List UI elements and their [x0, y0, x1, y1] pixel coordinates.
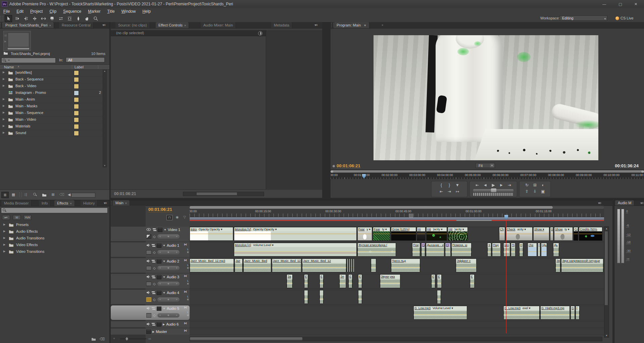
toggle-track-lock-icon[interactable] — [157, 243, 161, 248]
new-item-icon[interactable]: ⊞ — [50, 192, 56, 197]
timeline-horizontal-scrollbar[interactable]: ▿ ▵▵ — [111, 336, 612, 342]
timeline-clip[interactable] — [349, 259, 350, 272]
track-header-audio-5[interactable]: ▼Audio 5⋈LR◇◂◆▸ — [111, 305, 190, 320]
tree-item-video-transitions[interactable]: ▶Video Transitions — [0, 248, 109, 255]
mark-out-icon[interactable]: } — [447, 182, 452, 188]
collapse-track-icon[interactable]: ▼ — [163, 244, 165, 247]
show-keyframes-icon[interactable]: ⋈ — [184, 329, 187, 332]
keyframe-nav[interactable]: ◂◆▸ — [157, 234, 180, 239]
rate-stretch-tool[interactable] — [40, 15, 47, 22]
menu-sequence[interactable]: Sequence — [60, 8, 85, 15]
project-row-main-anim[interactable]: ▶Main - Anim — [0, 96, 102, 103]
timeline-clip[interactable]: (Дь — [541, 243, 547, 256]
rolling-edit-tool[interactable] — [31, 15, 38, 22]
accelerated-effects-icon[interactable]: ▸≡ — [2, 215, 10, 220]
keyframe-nav[interactable]: ◂◆▸ — [157, 250, 180, 254]
project-row-main-sequence[interactable]: ▶Main - Sequence — [0, 110, 102, 117]
timeline-clip[interactable] — [371, 259, 376, 272]
show-keyframes-icon[interactable]: ⋈ — [184, 290, 187, 293]
timeline-clip[interactable]: Hit)acity ▾ — [426, 227, 447, 241]
minimize-button[interactable]: — — [597, 0, 612, 8]
toggle-track-lock-icon[interactable] — [157, 275, 161, 279]
lift-icon[interactable]: ⇧ — [525, 189, 529, 194]
column-divider[interactable] — [72, 65, 72, 69]
step-forward-icon[interactable]: ► — [499, 182, 504, 188]
program-current-timecode[interactable]: 00:01:06:21 — [337, 163, 360, 169]
project-row-instagram-promo[interactable]: Instagram - Promo2 — [0, 90, 102, 97]
tab-effect-controls[interactable]: Effect Controls× — [156, 22, 189, 28]
label-swatch[interactable] — [74, 84, 79, 89]
label-swatch[interactable] — [74, 70, 79, 75]
tab-metadata[interactable]: Metadata — [271, 22, 292, 28]
menu-title[interactable]: Title — [104, 8, 118, 15]
menu-clip[interactable]: Clip — [46, 8, 60, 15]
toggle-keyframes-icon[interactable]: ◇ — [153, 282, 156, 286]
timeline-clip[interactable]: Е — [358, 274, 362, 288]
sort-icon[interactable]: ∧ — [17, 65, 19, 68]
expand-icon[interactable]: ▶ — [3, 236, 5, 239]
timeline-time-ruler[interactable]: 00:0000:00:15:0000:00:30:0000:00:45:0000… — [190, 206, 604, 221]
timeline-clip[interactable]: Эффект с — [456, 259, 477, 272]
extract-icon[interactable]: ⇩ — [533, 189, 537, 194]
timeline-clip[interactable]: Е — [470, 274, 475, 288]
track-lane-audio-6[interactable] — [190, 321, 604, 328]
timeline-clip[interactable]: Зв — [555, 259, 560, 272]
timeline-clip[interactable]: G — [571, 306, 575, 320]
track-header-master[interactable]: ▶Master⋈ — [111, 329, 190, 335]
add-marker-icon[interactable]: ▼ — [455, 182, 460, 188]
toggle-sync-lock-icon[interactable] — [151, 260, 155, 263]
toggle-sync-lock-icon[interactable] — [151, 307, 155, 310]
scrollbar-thumb[interactable] — [190, 337, 302, 340]
track-lane-audio-1[interactable]: Monolog [A]Volume:Level ▾Жуткая атмосфер… — [190, 242, 604, 258]
expand-icon[interactable]: ▶ — [3, 84, 5, 87]
trash-icon[interactable]: ⌫ — [99, 337, 105, 341]
toggle-track-lock-icon[interactable] — [158, 228, 162, 232]
export-frame-icon[interactable]: ▣ — [541, 189, 545, 194]
toggle-sync-lock-icon[interactable] — [151, 244, 155, 247]
timeline-clip[interactable]: Пі — [511, 243, 515, 256]
effect-controls-timecode[interactable]: 00:01:06:21 — [114, 191, 136, 196]
toggle-sync-lock-icon[interactable] — [152, 228, 156, 232]
keyframe-nav[interactable]: ◂◆▸ — [157, 266, 180, 270]
tab-sequence-main[interactable]: Main× — [113, 200, 130, 206]
timeline-clip[interactable] — [319, 290, 324, 304]
timeline-clip[interactable]: Jazz_Music_Bed — [243, 259, 271, 272]
expand-icon[interactable]: ▶ — [3, 98, 5, 101]
toggle-track-lock-icon[interactable] — [157, 259, 161, 264]
timeline-clip[interactable]: Х — [487, 243, 491, 256]
timeline-clip[interactable]: G_Low.mp3evel ▾ — [503, 306, 540, 320]
zoom-tool[interactable] — [92, 15, 99, 22]
shuttle-slider[interactable] — [473, 189, 513, 192]
timeline-clip[interactable]: Е — [431, 274, 435, 288]
close-icon[interactable]: × — [125, 202, 127, 205]
timeline-clip[interactable]: С( — [421, 243, 425, 256]
show-keyframes-icon[interactable]: ⋈ — [184, 243, 187, 246]
expand-icon[interactable]: ▶ — [3, 131, 5, 134]
timeline-clip[interactable]: Hi — [417, 227, 426, 241]
close-icon[interactable]: × — [184, 24, 186, 27]
toggle-track-lock-icon[interactable] — [146, 330, 151, 334]
toggle-track-lock-icon[interactable] — [157, 306, 161, 311]
collapse-track-icon[interactable]: ▶ — [152, 330, 154, 333]
track-header-audio-2[interactable]: ▼Audio 2⋈LR◇◂◆▸ — [111, 258, 190, 273]
label-swatch[interactable] — [74, 124, 79, 129]
toggle-timeline-view-icon[interactable] — [258, 31, 262, 36]
program-ruler-scrollbar[interactable] — [331, 170, 644, 173]
toggle-keyframes-icon[interactable]: ◇ — [153, 250, 156, 254]
label-swatch[interactable] — [74, 131, 79, 136]
column-name[interactable]: Name — [4, 65, 14, 69]
find-icon[interactable] — [32, 192, 38, 197]
scroll-down-icon[interactable]: ▼ — [103, 165, 106, 167]
scroll-up-icon[interactable]: ▲ — [604, 227, 609, 230]
timeline-clip[interactable]: G_Hight-mp3.mp — [540, 306, 570, 320]
menu-help[interactable]: Help — [139, 8, 154, 15]
mark-in-icon[interactable]: { — [439, 182, 444, 188]
list-view-button[interactable]: ≣ — [1, 192, 9, 198]
project-horizontal-scrollbar[interactable] — [71, 193, 95, 197]
timeline-clip[interactable]: Эл — [339, 274, 346, 288]
timeline-clip[interactable] — [437, 290, 441, 304]
timeline-clip[interactable]: Grow [125%] — [391, 227, 416, 241]
toggle-sync-lock-icon[interactable] — [151, 275, 155, 279]
go-to-out-icon[interactable]: ⇥ — [507, 182, 512, 188]
keyframe-nav[interactable]: ◂◆▸ — [157, 282, 180, 286]
